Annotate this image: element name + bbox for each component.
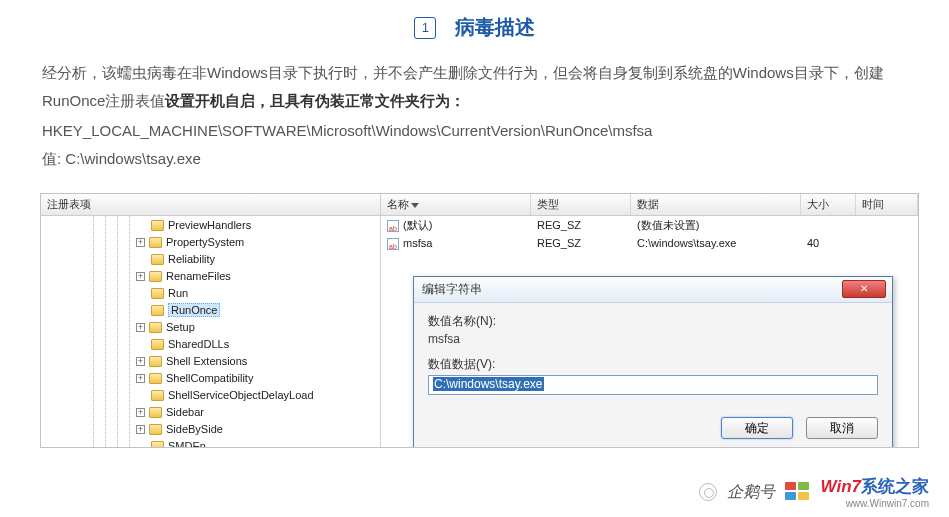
tree-item[interactable]: Run <box>41 284 380 301</box>
tree-item-label: ShellServiceObjectDelayLoad <box>168 389 314 401</box>
value-data: C:\windows\tsay.exe <box>631 234 801 252</box>
article-emphasis: 设置开机自启，且具有伪装正常文件夹行为： <box>165 92 465 109</box>
value-data-text: C:\windows\tsay.exe <box>433 377 544 391</box>
string-value-icon <box>387 220 399 232</box>
expander-icon[interactable]: + <box>136 425 145 434</box>
tree-item-label: PropertySystem <box>166 236 244 248</box>
col-name[interactable]: 名称 <box>381 194 531 215</box>
article-body: 经分析，该蠕虫病毒在非Windows目录下执行时，并不会产生删除文件行为，但会将… <box>0 59 949 183</box>
col-type[interactable]: 类型 <box>531 194 631 215</box>
folder-icon <box>151 441 164 447</box>
tree-item[interactable]: RunOnce <box>41 301 380 318</box>
watermark-url: www.Winwin7.com <box>821 498 929 509</box>
close-button[interactable]: ✕ <box>842 280 886 298</box>
value-type: REG_SZ <box>531 234 631 252</box>
sort-indicator-icon <box>411 203 419 208</box>
watermark-qie: 企鹅号 <box>727 482 775 503</box>
value-name: msfsa <box>403 237 432 249</box>
tree-item[interactable]: +Sidebar <box>41 403 380 420</box>
value-time <box>856 216 918 234</box>
col-size[interactable]: 大小 <box>801 194 856 215</box>
registry-tree-panel: 注册表项 PreviewHandlers+PropertySystemRelia… <box>41 194 381 447</box>
tree-item-label: RunOnce <box>168 303 220 317</box>
folder-icon <box>149 322 162 333</box>
tree-item-label: PreviewHandlers <box>168 219 251 231</box>
expander-icon[interactable]: + <box>136 238 145 247</box>
section-number-badge: 1 <box>414 17 436 39</box>
tree-item[interactable]: +SideBySide <box>41 420 380 437</box>
folder-icon <box>149 373 162 384</box>
registry-path: HKEY_LOCAL_MACHINE\SOFTWARE\Microsoft\Wi… <box>42 117 907 145</box>
tree-item-label: Shell Extensions <box>166 355 247 367</box>
value-name-display: msfsa <box>428 332 878 346</box>
value-time <box>856 234 918 252</box>
tree-item[interactable]: +Shell Extensions <box>41 352 380 369</box>
value-row[interactable]: msfsaREG_SZC:\windows\tsay.exe40 <box>381 234 918 252</box>
folder-icon <box>151 339 164 350</box>
tree-item-label: Setup <box>166 321 195 333</box>
tree-item[interactable]: +RenameFiles <box>41 267 380 284</box>
folder-icon <box>151 220 164 231</box>
regedit-screenshot: 注册表项 PreviewHandlers+PropertySystemRelia… <box>40 193 919 448</box>
value-data-input[interactable]: C:\windows\tsay.exe <box>428 375 878 395</box>
value-size: 40 <box>801 234 856 252</box>
folder-icon <box>149 424 162 435</box>
dialog-titlebar[interactable]: 编辑字符串 ✕ <box>414 277 892 303</box>
expander-icon[interactable]: + <box>136 323 145 332</box>
ok-button[interactable]: 确定 <box>721 417 793 439</box>
expander-icon[interactable]: + <box>136 357 145 366</box>
expander-icon[interactable]: + <box>136 408 145 417</box>
tree-item-label: SMDEn <box>168 440 206 447</box>
tree-item-label: SideBySide <box>166 423 223 435</box>
value-size <box>801 216 856 234</box>
tree-item-label: ShellCompatibility <box>166 372 253 384</box>
tree-item[interactable]: Reliability <box>41 250 380 267</box>
watermark-brand: Win7系统之家 www.Winwin7.com <box>821 475 929 509</box>
expander-icon[interactable]: + <box>136 374 145 383</box>
folder-icon <box>149 356 162 367</box>
col-data[interactable]: 数据 <box>631 194 801 215</box>
folder-icon <box>151 390 164 401</box>
col-time[interactable]: 时间 <box>856 194 918 215</box>
cancel-button[interactable]: 取消 <box>806 417 878 439</box>
value-type: REG_SZ <box>531 216 631 234</box>
tree-item[interactable]: ShellServiceObjectDelayLoad <box>41 386 380 403</box>
watermark: 企鹅号 Win7系统之家 www.Winwin7.com <box>699 475 929 509</box>
edit-string-dialog: 编辑字符串 ✕ 数值名称(N): msfsa 数值数据(V): C:\windo… <box>413 276 893 448</box>
tree-item[interactable]: +PropertySystem <box>41 233 380 250</box>
section-header: 1 病毒描述 <box>0 0 949 59</box>
tree-item[interactable]: +ShellCompatibility <box>41 369 380 386</box>
value-data-label: 数值数据(V): <box>428 356 878 373</box>
value-name-label: 数值名称(N): <box>428 313 878 330</box>
dialog-title-text: 编辑字符串 <box>422 282 482 296</box>
tree-item[interactable]: +Setup <box>41 318 380 335</box>
string-value-icon <box>387 238 399 250</box>
folder-icon <box>149 407 162 418</box>
tree-item[interactable]: SMDEn <box>41 437 380 447</box>
tree-item-label: Sidebar <box>166 406 204 418</box>
values-header: 名称 类型 数据 大小 时间 <box>381 194 918 216</box>
penguin-icon <box>699 483 717 501</box>
folder-icon <box>151 305 164 316</box>
tree-item[interactable]: PreviewHandlers <box>41 216 380 233</box>
value-name: (默认) <box>403 219 432 231</box>
folder-icon <box>149 271 162 282</box>
registry-value: 值: C:\windows\tsay.exe <box>42 145 907 173</box>
tree-item-label: Reliability <box>168 253 215 265</box>
folder-icon <box>151 254 164 265</box>
tree-item-label: SharedDLLs <box>168 338 229 350</box>
folder-icon <box>151 288 164 299</box>
value-data: (数值未设置) <box>631 216 801 234</box>
folder-icon <box>149 237 162 248</box>
tree-item-label: RenameFiles <box>166 270 231 282</box>
expander-icon[interactable]: + <box>136 272 145 281</box>
windows-flag-icon <box>785 482 811 502</box>
value-row[interactable]: (默认)REG_SZ(数值未设置) <box>381 216 918 234</box>
tree-item[interactable]: SharedDLLs <box>41 335 380 352</box>
section-title: 病毒描述 <box>455 14 535 41</box>
tree-item-label: Run <box>168 287 188 299</box>
tree-header: 注册表项 <box>41 194 380 216</box>
